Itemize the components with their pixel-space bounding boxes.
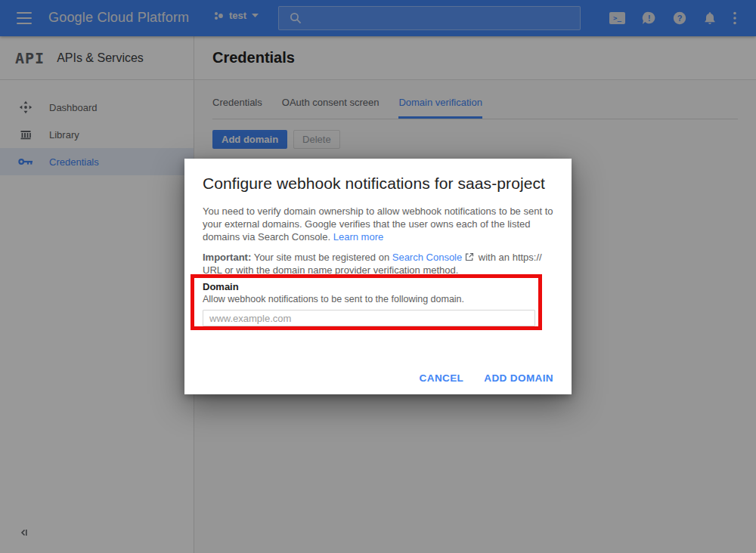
domain-input[interactable] <box>203 310 535 326</box>
domain-field-label: Domain <box>203 281 538 292</box>
domain-field-highlight: Domain Allow webhook notifications to be… <box>191 274 542 330</box>
dialog-paragraph-1: You need to verify domain ownership to a… <box>203 205 553 243</box>
dialog-title: Configure webhook notifications for saas… <box>203 175 553 193</box>
search-console-link[interactable]: Search Console <box>392 252 463 263</box>
dialog-actions: CANCEL ADD DOMAIN <box>420 372 553 384</box>
learn-more-link[interactable]: Learn more <box>333 231 383 243</box>
dialog-text: Your site must be registered on <box>251 252 392 263</box>
gcp-console: Google Cloud Platform test >_ ! <box>0 0 756 553</box>
external-link-icon <box>465 252 474 261</box>
add-domain-confirm-button[interactable]: ADD DOMAIN <box>484 372 553 384</box>
domain-field-description: Allow webhook notifications to be sent t… <box>203 294 538 304</box>
dialog-paragraph-2: Important: Your site must be registered … <box>203 251 553 276</box>
important-label: Important: <box>203 252 251 263</box>
configure-webhook-dialog: Configure webhook notifications for saas… <box>184 159 572 394</box>
cancel-button[interactable]: CANCEL <box>420 372 464 384</box>
domain-section: Domain Allow webhook notifications to be… <box>194 278 538 326</box>
dialog-body: Configure webhook notifications for saas… <box>184 159 572 276</box>
